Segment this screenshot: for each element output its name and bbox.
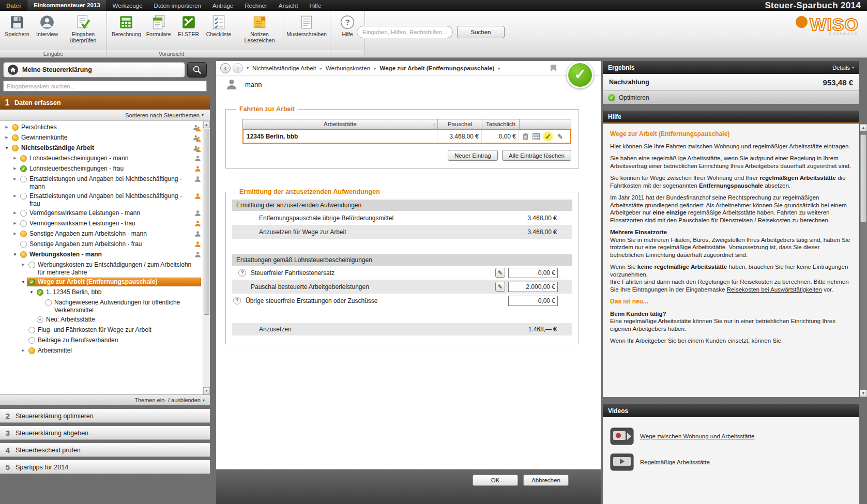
calculation-button[interactable]: Berechnung: [110, 13, 143, 50]
edit-pencil-icon[interactable]: ✎: [495, 268, 505, 278]
scroll-thumb[interactable]: [204, 129, 209, 315]
column-tatsaechlich[interactable]: Tatsächlich: [482, 119, 519, 129]
neuer-eintrag-button[interactable]: Neuer Eintrag: [448, 150, 498, 161]
expand-arrow-icon[interactable]: ▶: [3, 133, 10, 140]
video-item[interactable]: Regelmäßige Arbeitsstätte: [610, 453, 852, 471]
tree-item[interactable]: Beiträge zu Berufsverbänden: [0, 335, 201, 346]
bookmark-icon[interactable]: [551, 65, 556, 72]
trash-icon[interactable]: [521, 132, 530, 141]
breadcrumb-item-current[interactable]: Wege zur Arbeit (Entfernungspauschale): [380, 65, 495, 71]
tree-scrollbar[interactable]: ▲ ▼: [203, 121, 210, 394]
abbrechen-button[interactable]: Abbrechen: [523, 475, 569, 486]
help-scrollbar[interactable]: ▲ ▼: [859, 124, 867, 397]
pauschal-arbeitgeberleistungen-input[interactable]: [508, 282, 558, 292]
tree-item[interactable]: ▶Arbeitsmittel: [0, 346, 201, 356]
tree-item[interactable]: ▶Vermögenswirksame Leistungen - mann: [0, 208, 201, 219]
help-question-icon[interactable]: ?: [233, 297, 241, 304]
toolbar-search-input[interactable]: [357, 26, 453, 38]
themes-toggle[interactable]: Themen ein- / ausblenden ▾: [0, 394, 210, 405]
scroll-up-icon[interactable]: ▲: [203, 121, 210, 128]
tree-item[interactable]: ▼✓Wege zur Arbeit (Entfernungspauschale): [0, 277, 201, 287]
step-4[interactable]: 4Steuerbescheid prüfen: [0, 443, 210, 457]
menu-item-4[interactable]: Ansicht: [273, 3, 304, 9]
tree-item[interactable]: ▶Ersatzleistungen und Angaben bei Nichtb…: [0, 174, 201, 191]
step-1-daten-erfassen[interactable]: 1 Daten erfassen: [0, 96, 210, 110]
table-row[interactable]: 12345 Berlin, bbb 3.468,00 € 0,00 € ✓ ✎: [242, 129, 571, 144]
checklist-button[interactable]: Checkliste: [204, 13, 233, 50]
details-dropdown[interactable]: Details ▾: [832, 65, 854, 71]
collapse-arrow-icon[interactable]: ▼: [28, 288, 35, 295]
expand-arrow-icon[interactable]: ▶: [20, 346, 27, 353]
menu-item-1[interactable]: Daten importieren: [148, 3, 207, 9]
column-arbeitsstaette[interactable]: Arbeitsstätte ↑: [243, 119, 437, 129]
expand-arrow-icon[interactable]: ▶: [11, 175, 19, 181]
collapse-arrow-icon[interactable]: ▼: [3, 144, 10, 150]
expand-arrow-icon[interactable]: ▶: [11, 219, 19, 225]
tree-item[interactable]: ▶Lohnsteuerbescheinigungen - mann: [0, 154, 201, 164]
alle-eintraege-loeschen-button[interactable]: Alle Einträge löschen: [502, 150, 571, 161]
menu-item-2[interactable]: Anträge: [207, 3, 239, 9]
step-3[interactable]: 3Steuererklärung abgeben: [0, 426, 210, 440]
expand-arrow-icon[interactable]: ▶: [11, 154, 19, 160]
tree-item[interactable]: ▶Sonstige Angaben zum Arbeitslohn - mann: [0, 229, 201, 239]
tree-item[interactable]: +Neu: Arbeitsstätte: [0, 315, 201, 325]
step-5[interactable]: 5Spartipps für 2014: [0, 460, 210, 474]
scroll-thumb[interactable]: [860, 134, 866, 222]
collapse-arrow-icon[interactable]: ▼: [20, 278, 27, 284]
tree-item[interactable]: ▶✓Lohnsteuerbescheinigungen - frau: [0, 164, 201, 174]
ok-button[interactable]: OK: [473, 475, 518, 486]
tab-einkommensteuer-2013[interactable]: Einkommensteuer 2013: [27, 0, 107, 11]
expand-arrow-icon[interactable]: ▶: [20, 261, 27, 267]
sidebar-search-input[interactable]: [3, 81, 207, 91]
edit-pencil-icon[interactable]: ✎: [495, 282, 505, 292]
template-letter-button[interactable]: Musterschreiben: [286, 13, 327, 50]
menu-datei[interactable]: Datei: [0, 3, 27, 9]
video-link[interactable]: Regelmäßige Arbeitsstätte: [640, 459, 710, 465]
back-button[interactable]: ‹: [220, 63, 231, 73]
edit-pencil-icon[interactable]: ✎: [556, 132, 565, 141]
video-item[interactable]: Wege zwischen Wohnung und Arbeitsstätte: [610, 427, 852, 445]
sort-dropdown[interactable]: Sortieren nach Steuerthemen ▾: [0, 110, 210, 121]
steuerfreier-fahrtkostenersatz-input[interactable]: [508, 268, 558, 278]
breadcrumb-item[interactable]: Werbungskosten: [326, 65, 370, 71]
notes-bookmarks-button[interactable]: Notizen Lesezeichen: [239, 13, 280, 50]
tree-item[interactable]: ▶Vermögenswirksame Leistungen - frau: [0, 219, 201, 229]
scroll-down-icon[interactable]: ▼: [860, 390, 867, 397]
optimieren-button[interactable]: ✓ Optimieren: [603, 91, 859, 104]
tree-item[interactable]: ▼Nichtselbständige Arbeit: [0, 143, 201, 154]
video-link[interactable]: Wege zwischen Wohnung und Arbeitsstätte: [640, 433, 754, 439]
tree-item[interactable]: ▶Gewinneinkünfte: [0, 133, 201, 143]
table-view-icon[interactable]: [531, 132, 540, 141]
expand-arrow-icon[interactable]: ▶: [11, 230, 19, 236]
scroll-up-icon[interactable]: ▲: [860, 124, 867, 131]
help-link[interactable]: Reisekosten bei Auswärtstätigkeiten: [727, 286, 822, 293]
row-complete-check-icon[interactable]: ✓: [542, 131, 554, 142]
step-2[interactable]: 2Steuererklärung optimieren: [0, 409, 210, 423]
expand-arrow-icon[interactable]: ▶: [3, 123, 10, 129]
tree-item[interactable]: Sonstige Angaben zum Arbeitslohn - frau: [0, 239, 201, 250]
elster-button[interactable]: ELSTER: [174, 13, 203, 50]
sidebar-search-button[interactable]: [187, 62, 207, 78]
menu-item-5[interactable]: Hilfe: [303, 3, 327, 9]
forms-button[interactable]: Formulare: [144, 13, 173, 50]
uebrige-erstattungen-input[interactable]: [508, 296, 558, 306]
tree-item[interactable]: Nachgewiesene Aufwendungen für öffentlic…: [0, 298, 201, 315]
menu-item-3[interactable]: Rechner: [239, 3, 272, 9]
column-pauschal[interactable]: Pauschal: [437, 119, 482, 129]
tree-item[interactable]: ▶Ersatzleistungen und Angaben bei Nichtb…: [0, 191, 201, 208]
breadcrumb-item[interactable]: Nichtselbständige Arbeit: [252, 65, 316, 71]
tree-item[interactable]: ▶Werbungskosten zu Entschädigungen / zum…: [0, 260, 201, 277]
interview-button[interactable]: Interview: [33, 13, 62, 50]
forward-button[interactable]: ›: [233, 63, 243, 73]
suchen-button[interactable]: Suchen: [457, 26, 505, 38]
history-dropdown-icon[interactable]: ▾: [247, 66, 249, 70]
menu-item-0[interactable]: Werkzeuge: [107, 3, 148, 9]
expand-arrow-icon[interactable]: ▶: [11, 164, 19, 171]
expand-arrow-icon[interactable]: ▶: [11, 192, 19, 198]
collapse-arrow-icon[interactable]: ▼: [11, 250, 19, 257]
tree-item[interactable]: ▶Persönliches: [0, 123, 201, 133]
help-question-icon[interactable]: ?: [238, 269, 246, 277]
expand-arrow-icon[interactable]: ▶: [11, 209, 19, 215]
meine-steuererklaerung-button[interactable]: Meine Steuererklärung: [3, 62, 185, 78]
verify-entries-button[interactable]: Eingaben überprüfen: [63, 13, 104, 50]
